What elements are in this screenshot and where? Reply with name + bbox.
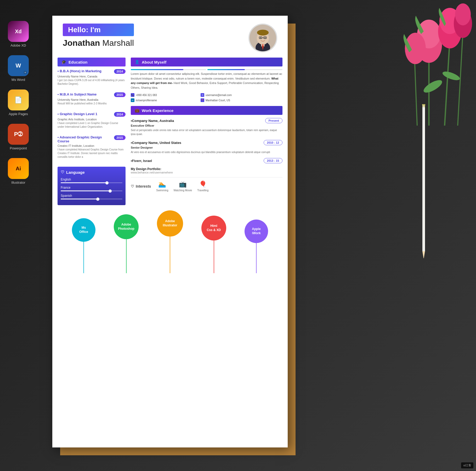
work-desc-1: Sed ut perspiciatis unde omnis iste natu…	[131, 128, 282, 136]
language-header: ♡ Language	[61, 170, 122, 175]
skill-progress-row	[131, 69, 282, 70]
edu-univ-4: Createx IT Institute, Location	[58, 144, 126, 147]
language-france: France	[61, 186, 122, 191]
lang-name-france: France	[61, 186, 122, 189]
about-section: 👤 About Myself Lorem ipsum dolor sit ame…	[131, 58, 282, 102]
work-item-2: •Company Name, United States 2010 - 12 S…	[131, 140, 282, 154]
sidebar-item-ms-word[interactable]: W ≡ Ms Word	[8, 55, 29, 82]
work-company-1: •Company Name, Australia	[131, 119, 174, 123]
about-text: Lorem ipsum dolor sit amet consectetur a…	[131, 72, 282, 90]
work-period-2: 2010 - 12	[264, 140, 282, 145]
interests-section: ♡ Interests 🏊 Swimming 📺 Watching Movie …	[131, 177, 282, 192]
linkedin-icon: in	[131, 98, 134, 102]
sidebar-item-illustrator[interactable]: Ai Illustrator	[8, 158, 29, 184]
language-english: English	[61, 178, 122, 183]
edu-title-3: • Graphic Design Level 1	[58, 112, 114, 116]
contact-phone: 📞 +890 456 321 083	[131, 93, 199, 97]
location-text: Manhattan Court, US	[206, 99, 230, 102]
skill-bar-1	[131, 69, 206, 70]
about-icon: 👤	[135, 60, 140, 64]
work-role-1: Executive Officer	[131, 124, 282, 127]
avatar-svg	[250, 24, 276, 52]
edu-item-1: • B.B.A (Hons) in Marketing 2014 Univers…	[58, 69, 126, 88]
skill-ms-office: MsOffice	[72, 218, 95, 273]
edu-item-2: • M.B.A in Subject Name 2015 University …	[58, 92, 126, 108]
powerpoint-icon: P➁	[8, 124, 29, 145]
ms-word-label: Ms Word	[12, 78, 25, 82]
location-icon: 📍	[201, 98, 204, 102]
first-name: Jonathan	[63, 38, 100, 48]
balloon-illustrator-label: AdobeIllustrator	[163, 219, 177, 227]
language-section: ♡ Language English France	[58, 167, 126, 205]
skills-section: MsOffice AdobePhotoshop AdobeIllustrator…	[52, 210, 288, 278]
work-experience-header: 💼 Work Experience	[131, 106, 282, 115]
phone-icon: 📞	[131, 93, 134, 97]
phone-number: +890 456 321 083	[136, 94, 157, 97]
sidebar-item-apple-pages[interactable]: 📄 Apple Pages	[8, 89, 29, 116]
sidebar-item-adobe-xd[interactable]: Xd Adobe XD	[8, 21, 29, 47]
edu-title-4: • Advanced Graphic Design Course	[58, 135, 114, 143]
sidebar-item-powerpoint[interactable]: P➁ Powerpoint	[8, 124, 29, 150]
portfolio-label: My Design Portfolio:	[131, 167, 282, 171]
work-item-3: •Fiverr, Israel 2013 - 15	[131, 158, 282, 163]
avatar	[248, 24, 277, 52]
balloon-html: HtmlCss & XD	[201, 216, 226, 240]
work-period-3: 2013 - 15	[264, 158, 282, 163]
education-icon: 🎓	[61, 60, 66, 64]
resume-body: 🎓 Education • B.B.A (Hons) in Marketing …	[52, 58, 288, 210]
powerpoint-label: Powerpoint	[10, 146, 27, 150]
balloon-photoshop-label: AdobePhotoshop	[118, 223, 134, 231]
language-icon: ♡	[61, 170, 64, 175]
svg-rect-30	[262, 44, 263, 45]
edu-item-4: • Advanced Graphic Design Course 2015 Cr…	[58, 135, 126, 161]
watermark-text: ui江客	[463, 464, 471, 467]
resume-header: Hello: I'm Jonathan Marshall	[52, 16, 288, 58]
svg-rect-17	[422, 104, 425, 105]
work-item-1: •Company Name, Australia Present Executi…	[131, 118, 282, 136]
svg-point-10	[455, 3, 471, 25]
edu-univ-1: University Name Here, Canada	[58, 75, 126, 78]
balloon-string-ms	[83, 242, 84, 273]
skill-illustrator: AdobeIllustrator	[157, 210, 183, 273]
swimming-label: Swimming	[156, 189, 168, 192]
person-name: Jonathan Marshall	[63, 38, 134, 48]
language-title: Language	[66, 170, 85, 175]
svg-marker-15	[422, 251, 425, 259]
movie-label: Watching Movie	[173, 189, 192, 192]
balloon-ms-office: MsOffice	[72, 218, 95, 242]
interest-watching-movie: 📺 Watching Movie	[173, 181, 192, 192]
portfolio-section: My Design Portfolio: www.behance.net/use…	[131, 167, 282, 174]
email-address: username@email.com	[206, 94, 232, 97]
last-name: Marshall	[102, 38, 134, 48]
edu-title-2: • M.B.A in Subject Name	[58, 92, 114, 96]
svg-point-27	[260, 37, 261, 38]
edu-year-4: 2015	[114, 135, 126, 140]
ms-word-icon: W ≡	[8, 55, 29, 76]
interest-swimming: 🏊 Swimming	[156, 181, 168, 192]
work-company-3: •Fiverr, Israel	[131, 159, 152, 163]
balloon-string-photoshop	[126, 239, 127, 273]
greeting-badge: Hello: I'm	[63, 24, 134, 36]
balloon-string-apple	[256, 243, 257, 273]
work-desc-2: At vero eos et accusamus et iusto odio d…	[131, 150, 282, 154]
education-header: 🎓 Education	[58, 58, 126, 66]
interests-title: Interests	[136, 184, 151, 188]
about-title: About Myself	[142, 60, 166, 64]
left-column: 🎓 Education • B.B.A (Hons) in Marketing …	[58, 58, 126, 210]
balloon-string-html	[214, 240, 214, 273]
swimming-icon: 🏊	[158, 181, 166, 188]
adobe-xd-label: Adobe XD	[10, 43, 26, 47]
travel-icon: 🎈	[199, 181, 207, 188]
work-title: Work Experience	[142, 108, 173, 113]
svg-line-1	[445, 39, 450, 126]
apple-pages-label: Apple Pages	[9, 112, 28, 116]
edu-year-3: 2014	[114, 112, 126, 117]
linkedin-url: in/ownprofilename	[136, 99, 157, 102]
edu-year-2: 2015	[114, 92, 126, 97]
pencil-decoration	[420, 99, 428, 262]
interests-heart-icon: ♡	[131, 184, 134, 188]
edu-year-1: 2014	[114, 69, 126, 74]
lang-name-spanish: Spanish	[61, 194, 122, 198]
balloon-apple: AppleiWork	[245, 220, 268, 243]
svg-line-11	[415, 58, 417, 126]
